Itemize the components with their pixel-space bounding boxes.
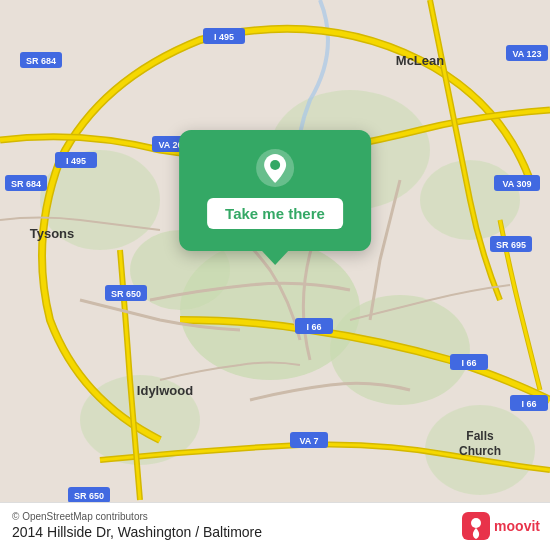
svg-text:Church: Church — [459, 444, 501, 458]
location-pin-icon — [255, 148, 295, 188]
moovit-logo: moovit — [462, 512, 540, 540]
svg-text:SR 695: SR 695 — [496, 240, 526, 250]
svg-text:McLean: McLean — [396, 53, 444, 68]
svg-text:VA 7: VA 7 — [299, 436, 318, 446]
svg-text:VA 309: VA 309 — [502, 179, 531, 189]
svg-text:Tysons: Tysons — [30, 226, 75, 241]
svg-text:I 66: I 66 — [461, 358, 476, 368]
moovit-icon — [462, 512, 490, 540]
popup-card: Take me there — [179, 130, 371, 251]
moovit-label: moovit — [494, 518, 540, 534]
svg-text:SR 684: SR 684 — [26, 56, 56, 66]
svg-point-45 — [471, 518, 481, 528]
svg-text:I 495: I 495 — [214, 32, 234, 42]
address-text: 2014 Hillside Dr, Washington / Baltimore — [12, 524, 538, 540]
svg-text:Idylwood: Idylwood — [137, 383, 193, 398]
svg-text:VA 123: VA 123 — [512, 49, 541, 59]
svg-text:I 66: I 66 — [306, 322, 321, 332]
take-me-there-button[interactable]: Take me there — [207, 198, 343, 229]
map-container: I 495 I 495 VA 267 VA 123 VA 309 SR 684 … — [0, 0, 550, 550]
attribution-text: © OpenStreetMap contributors — [12, 511, 538, 522]
svg-text:Falls: Falls — [466, 429, 494, 443]
svg-text:SR 684: SR 684 — [11, 179, 41, 189]
svg-text:SR 650: SR 650 — [111, 289, 141, 299]
svg-text:SR 650: SR 650 — [74, 491, 104, 501]
svg-point-43 — [270, 160, 280, 170]
svg-text:I 66: I 66 — [521, 399, 536, 409]
svg-text:I 495: I 495 — [66, 156, 86, 166]
